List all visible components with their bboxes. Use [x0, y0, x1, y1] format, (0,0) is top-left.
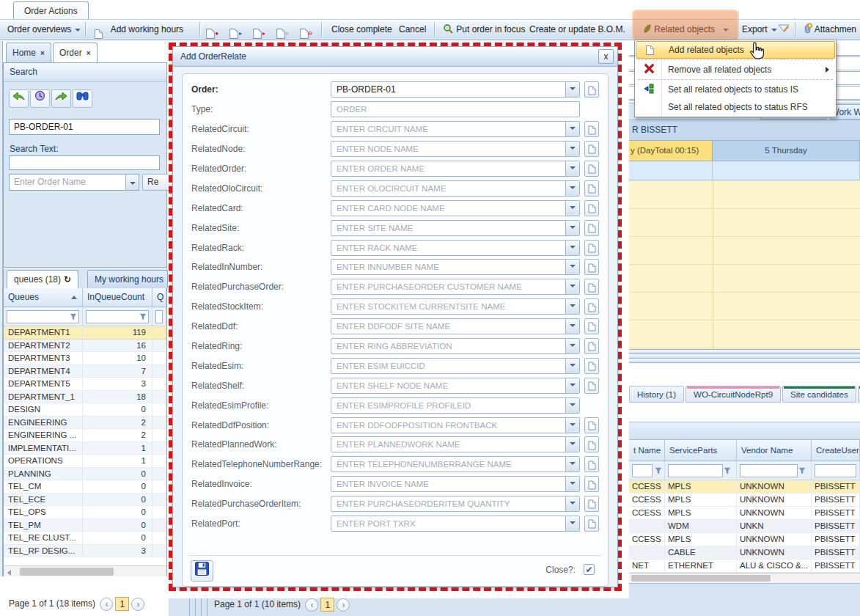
field-input[interactable]: ENTER RACK NAME — [331, 240, 580, 256]
day-header-selected[interactable]: y (DayTotal 00:15) — [629, 141, 713, 161]
doc-remove-button[interactable]: ⊖ — [299, 20, 314, 40]
queues-horizontal-scrollbar[interactable] — [3, 565, 167, 576]
new-record-button[interactable] — [584, 378, 599, 394]
field-input[interactable]: ENTER OLOCIRCUIT NAME — [331, 180, 580, 197]
new-record-button[interactable] — [584, 318, 599, 334]
queue-row[interactable]: TEL_OPS 0 — [4, 506, 166, 519]
filter-cell[interactable] — [665, 461, 737, 480]
new-record-button[interactable] — [584, 161, 599, 177]
tab-my-working-hours[interactable]: My working hours — [87, 270, 168, 288]
field-input[interactable]: ENTER PLANNEDWORK NAME — [331, 436, 580, 452]
combo-arrow-button[interactable] — [565, 339, 579, 353]
day-header-thursday[interactable]: 5 Thursday — [713, 141, 860, 161]
field-input[interactable]: ENTER ESIM EUICCID — [331, 358, 580, 374]
field-input[interactable]: ENTER SHELF NODE NAME — [331, 378, 580, 394]
combo-arrow-button[interactable] — [565, 437, 579, 452]
combo-arrow-button[interactable] — [565, 477, 579, 491]
cancel-button[interactable]: Cancel — [396, 20, 429, 40]
new-record-button[interactable] — [584, 121, 599, 137]
new-record-button[interactable] — [584, 358, 599, 374]
related-objects-button[interactable]: Related objects — [639, 20, 718, 40]
queue-row[interactable]: DEPARTMENT2 16 — [4, 340, 166, 353]
field-input[interactable]: ENTER ORDER NAME — [331, 161, 580, 177]
new-record-button[interactable] — [584, 259, 599, 275]
queue-row[interactable]: DEPARTMENT4 7 — [4, 365, 166, 378]
filter-funnel-icon[interactable] — [798, 467, 806, 474]
ribbon-tab-order-actions[interactable]: Order Actions — [13, 1, 89, 20]
filter-cell[interactable] — [152, 307, 166, 326]
queue-row[interactable]: OPERATIONS 1 — [4, 455, 166, 468]
scroll-left-arrow-icon[interactable] — [7, 570, 11, 576]
new-record-button[interactable] — [584, 220, 599, 236]
field-input[interactable]: ENTER NODE NAME — [331, 141, 580, 157]
queue-row[interactable]: DESIGN 0 — [4, 403, 166, 417]
field-input[interactable]: ENTER CIRCUIT NAME — [331, 121, 580, 137]
combo-arrow-button[interactable] — [565, 418, 579, 433]
forward-button[interactable] — [51, 89, 71, 108]
edit-note-button[interactable] — [777, 20, 790, 40]
close-icon[interactable]: × — [40, 49, 45, 57]
new-record-button[interactable] — [584, 496, 599, 512]
queue-row[interactable]: TEL_PM 0 — [4, 519, 166, 532]
create-update-bom-button[interactable]: Create or update B.O.M. — [526, 20, 628, 40]
detail-horizontal-scrollbar[interactable] — [629, 573, 860, 583]
doc-block-button[interactable]: ○ — [276, 20, 290, 40]
field-input[interactable]: ENTER PURCHASEORDERITEM QUANTITY — [331, 496, 580, 512]
filter-input[interactable] — [155, 310, 163, 323]
detail-row[interactable]: CCESS ... MPLS UNKNOWN PBISSETT — [629, 533, 860, 546]
search-execute-button[interactable] — [73, 89, 92, 108]
dialog-close-button[interactable]: x — [598, 49, 614, 64]
queue-row[interactable]: TEL_RE CLUST... 0 — [4, 532, 166, 545]
prev-page-button[interactable]: ‹ — [305, 598, 318, 612]
column-header-serviceparts[interactable]: ServiceParts — [665, 440, 737, 461]
filter-input[interactable] — [668, 464, 723, 477]
new-record-button[interactable] — [584, 436, 599, 452]
queue-row[interactable]: TEL_CM 0 — [4, 480, 166, 494]
field-input[interactable]: ENTER INNUMBER NAME — [331, 259, 580, 275]
scheduler-time-grid[interactable] — [629, 180, 860, 349]
refresh-search-button[interactable]: Re — [142, 174, 172, 191]
tab-order[interactable]: Order× — [53, 43, 98, 62]
queue-row[interactable]: DEPARTMENT3 10 — [4, 352, 166, 365]
prev-page-button[interactable]: ‹ — [100, 598, 113, 611]
close-icon[interactable]: × — [87, 49, 91, 57]
combo-arrow-button[interactable] — [565, 398, 579, 413]
tab-queues[interactable]: queues (18)↻ — [7, 270, 78, 288]
column-header-createuser[interactable]: CreateUser — [812, 440, 860, 461]
field-input[interactable]: ENTER STOCKITEM CURRENTSITE NAME — [331, 298, 580, 315]
menu-item-set-status-rfs[interactable]: Set all related objects to status RFS — [636, 98, 835, 116]
new-record-button[interactable] — [584, 141, 599, 157]
combo-arrow-button[interactable] — [565, 378, 579, 393]
field-input[interactable]: ENTER PURCHASEORDER CUSTOMER NAME — [331, 279, 580, 295]
combo-arrow-button[interactable] — [565, 241, 579, 255]
order-name-input[interactable]: PB-ORDER-01 — [9, 119, 160, 135]
combo-arrow-button[interactable] — [565, 516, 579, 531]
detail-row[interactable]: CABLE UNKNOWN PBISSETT — [629, 546, 860, 560]
column-header-name[interactable]: t Name — [629, 440, 665, 461]
menu-item-add-related-objects[interactable]: Add related objects — [636, 41, 835, 59]
column-header-inqueuecount[interactable]: InQueueCount — [83, 288, 152, 307]
order-overviews-button[interactable]: Order overviews — [4, 20, 84, 40]
allday-cell[interactable] — [629, 161, 713, 180]
horizontal-splitter[interactable] — [629, 349, 860, 364]
filter-funnel-icon[interactable] — [70, 313, 77, 320]
combo-arrow-button[interactable] — [565, 181, 579, 196]
add-working-hours-button[interactable]: Add working hours — [91, 20, 186, 40]
field-input[interactable]: ENTER SITE NAME — [331, 220, 580, 236]
current-page-button[interactable]: 1 — [320, 598, 334, 612]
column-header-partial[interactable]: Q — [152, 288, 166, 307]
detail-row[interactable]: CCESS ... MPLS UNKNOWN PBISSETT — [629, 507, 860, 520]
scrollbar-thumb[interactable] — [631, 575, 771, 582]
detail-tab[interactable]: WO-CircuitNodeRpt9 — [686, 386, 781, 403]
filter-input[interactable] — [632, 464, 653, 477]
close-complete-button[interactable]: Close complete — [328, 20, 395, 40]
menu-item-remove-all-related-objects[interactable]: Remove all related objects — [636, 61, 835, 78]
tab-home[interactable]: Home× — [6, 43, 51, 62]
new-record-button[interactable] — [584, 81, 599, 98]
field-input[interactable]: ORDER — [331, 101, 580, 117]
queue-row[interactable]: DEPARTMENT1 119 — [4, 326, 166, 340]
filter-cell[interactable] — [4, 307, 83, 326]
detail-tab[interactable]: History (1) — [629, 386, 684, 403]
filter-cell[interactable] — [812, 461, 860, 480]
combo-arrow-button[interactable] — [565, 161, 579, 176]
